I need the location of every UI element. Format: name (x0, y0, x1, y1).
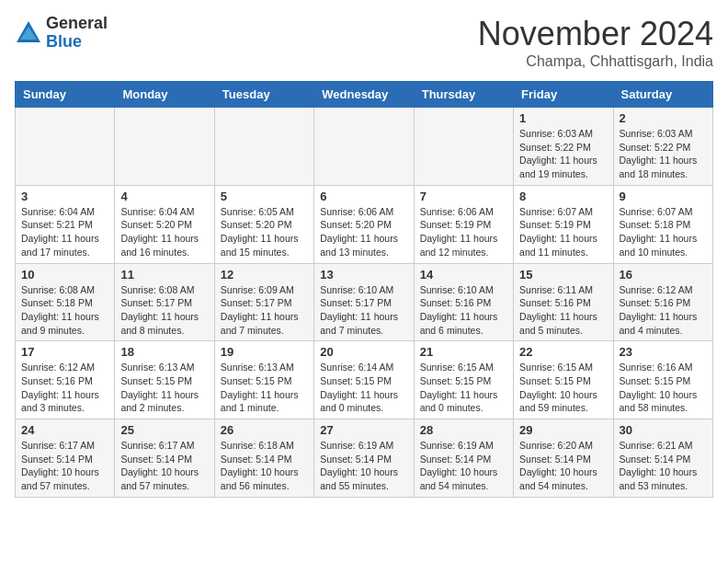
day-number: 7 (420, 190, 507, 203)
calendar-cell: 19Sunrise: 6:13 AMSunset: 5:15 PMDayligh… (214, 341, 313, 419)
calendar-cell: 20Sunrise: 6:14 AMSunset: 5:15 PMDayligh… (314, 341, 414, 419)
calendar-cell: 7Sunrise: 6:06 AMSunset: 5:19 PMDaylight… (414, 185, 513, 263)
logo: General Blue (15, 15, 108, 52)
weekday-header-saturday: Saturday (613, 82, 712, 108)
calendar-cell: 3Sunrise: 6:04 AMSunset: 5:21 PMDaylight… (16, 185, 115, 263)
day-info: Sunrise: 6:04 AMSunset: 5:20 PMDaylight:… (120, 205, 208, 259)
day-number: 27 (320, 423, 407, 437)
weekday-header-row: SundayMondayTuesdayWednesdayThursdayFrid… (16, 82, 713, 108)
calendar-cell: 23Sunrise: 6:16 AMSunset: 5:15 PMDayligh… (613, 341, 712, 419)
calendar-cell: 29Sunrise: 6:20 AMSunset: 5:14 PMDayligh… (514, 419, 613, 498)
calendar-cell: 15Sunrise: 6:11 AMSunset: 5:16 PMDayligh… (514, 263, 613, 341)
calendar-cell (115, 108, 214, 186)
day-info: Sunrise: 6:17 AMSunset: 5:14 PMDaylight:… (120, 439, 208, 493)
day-number: 14 (420, 268, 507, 282)
calendar-cell: 14Sunrise: 6:10 AMSunset: 5:16 PMDayligh… (414, 263, 513, 341)
calendar-cell: 12Sunrise: 6:09 AMSunset: 5:17 PMDayligh… (214, 263, 313, 341)
weekday-header-wednesday: Wednesday (314, 82, 414, 108)
day-info: Sunrise: 6:12 AMSunset: 5:16 PMDaylight:… (620, 283, 707, 338)
day-info: Sunrise: 6:08 AMSunset: 5:17 PMDaylight:… (120, 283, 208, 338)
logo-general: General (46, 15, 108, 33)
calendar-cell: 5Sunrise: 6:05 AMSunset: 5:20 PMDaylight… (214, 185, 313, 263)
location-subtitle: Champa, Chhattisgarh, India (478, 53, 713, 70)
day-info: Sunrise: 6:16 AMSunset: 5:15 PMDaylight:… (620, 361, 707, 415)
day-number: 25 (120, 423, 208, 437)
day-info: Sunrise: 6:19 AMSunset: 5:14 PMDaylight:… (320, 439, 407, 493)
day-info: Sunrise: 6:21 AMSunset: 5:14 PMDaylight:… (620, 439, 707, 493)
day-info: Sunrise: 6:13 AMSunset: 5:15 PMDaylight:… (120, 361, 208, 415)
calendar-week-1: 1Sunrise: 6:03 AMSunset: 5:22 PMDaylight… (16, 108, 713, 186)
calendar-week-5: 24Sunrise: 6:17 AMSunset: 5:14 PMDayligh… (16, 419, 713, 498)
day-info: Sunrise: 6:12 AMSunset: 5:16 PMDaylight:… (21, 361, 108, 415)
calendar-cell: 17Sunrise: 6:12 AMSunset: 5:16 PMDayligh… (16, 341, 115, 419)
weekday-header-tuesday: Tuesday (214, 82, 313, 108)
calendar-cell (214, 108, 313, 186)
calendar-cell: 1Sunrise: 6:03 AMSunset: 5:22 PMDaylight… (514, 108, 613, 186)
calendar-cell: 16Sunrise: 6:12 AMSunset: 5:16 PMDayligh… (613, 263, 712, 341)
day-number: 30 (620, 423, 707, 437)
calendar-week-3: 10Sunrise: 6:08 AMSunset: 5:18 PMDayligh… (16, 263, 713, 341)
day-info: Sunrise: 6:08 AMSunset: 5:18 PMDaylight:… (21, 283, 108, 338)
weekday-header-sunday: Sunday (16, 82, 115, 108)
day-info: Sunrise: 6:17 AMSunset: 5:14 PMDaylight:… (21, 439, 108, 493)
logo-text: General Blue (46, 15, 108, 52)
day-number: 24 (21, 423, 108, 437)
day-number: 28 (420, 423, 507, 437)
page-header: General Blue November 2024 Champa, Chhat… (15, 15, 713, 70)
day-number: 17 (21, 345, 108, 359)
calendar-table: SundayMondayTuesdayWednesdayThursdayFrid… (15, 81, 713, 498)
title-section: November 2024 Champa, Chhattisgarh, Indi… (478, 15, 713, 70)
day-number: 13 (320, 268, 407, 282)
day-info: Sunrise: 6:10 AMSunset: 5:16 PMDaylight:… (420, 283, 507, 338)
day-number: 16 (620, 268, 707, 282)
day-number: 29 (519, 423, 607, 437)
day-info: Sunrise: 6:07 AMSunset: 5:18 PMDaylight:… (620, 205, 707, 259)
day-info: Sunrise: 6:18 AMSunset: 5:14 PMDaylight:… (221, 439, 308, 493)
calendar-cell: 24Sunrise: 6:17 AMSunset: 5:14 PMDayligh… (16, 419, 115, 498)
day-number: 18 (120, 345, 208, 359)
logo-icon (15, 19, 42, 47)
calendar-cell: 9Sunrise: 6:07 AMSunset: 5:18 PMDaylight… (613, 185, 712, 263)
day-number: 23 (620, 345, 707, 359)
day-number: 5 (221, 190, 308, 203)
calendar-cell (414, 108, 513, 186)
calendar-week-4: 17Sunrise: 6:12 AMSunset: 5:16 PMDayligh… (16, 341, 713, 419)
weekday-header-thursday: Thursday (414, 82, 513, 108)
calendar-cell: 21Sunrise: 6:15 AMSunset: 5:15 PMDayligh… (414, 341, 513, 419)
day-info: Sunrise: 6:06 AMSunset: 5:20 PMDaylight:… (320, 205, 407, 259)
day-number: 12 (221, 268, 308, 282)
day-info: Sunrise: 6:13 AMSunset: 5:15 PMDaylight:… (221, 361, 308, 415)
month-title: November 2024 (478, 15, 713, 53)
day-info: Sunrise: 6:14 AMSunset: 5:15 PMDaylight:… (320, 361, 407, 415)
day-info: Sunrise: 6:20 AMSunset: 5:14 PMDaylight:… (519, 439, 607, 493)
calendar-cell (314, 108, 414, 186)
weekday-header-monday: Monday (115, 82, 214, 108)
calendar-cell: 18Sunrise: 6:13 AMSunset: 5:15 PMDayligh… (115, 341, 214, 419)
calendar-cell: 27Sunrise: 6:19 AMSunset: 5:14 PMDayligh… (314, 419, 414, 498)
day-number: 4 (120, 190, 208, 203)
day-number: 6 (320, 190, 407, 203)
calendar-cell: 22Sunrise: 6:15 AMSunset: 5:15 PMDayligh… (514, 341, 613, 419)
day-info: Sunrise: 6:15 AMSunset: 5:15 PMDaylight:… (420, 361, 507, 415)
calendar-cell: 28Sunrise: 6:19 AMSunset: 5:14 PMDayligh… (414, 419, 513, 498)
day-number: 10 (21, 268, 108, 282)
day-info: Sunrise: 6:03 AMSunset: 5:22 PMDaylight:… (620, 127, 707, 181)
calendar-cell: 8Sunrise: 6:07 AMSunset: 5:19 PMDaylight… (514, 185, 613, 263)
day-number: 15 (519, 268, 607, 282)
day-number: 3 (21, 190, 108, 203)
day-info: Sunrise: 6:19 AMSunset: 5:14 PMDaylight:… (420, 439, 507, 493)
calendar-cell: 30Sunrise: 6:21 AMSunset: 5:14 PMDayligh… (613, 419, 712, 498)
day-number: 2 (620, 111, 707, 125)
weekday-header-friday: Friday (514, 82, 613, 108)
logo-blue: Blue (46, 33, 108, 52)
day-info: Sunrise: 6:05 AMSunset: 5:20 PMDaylight:… (221, 205, 308, 259)
day-number: 20 (320, 345, 407, 359)
day-info: Sunrise: 6:15 AMSunset: 5:15 PMDaylight:… (519, 361, 607, 415)
day-number: 19 (221, 345, 308, 359)
calendar-cell: 10Sunrise: 6:08 AMSunset: 5:18 PMDayligh… (16, 263, 115, 341)
day-info: Sunrise: 6:03 AMSunset: 5:22 PMDaylight:… (519, 127, 607, 181)
day-number: 9 (620, 190, 707, 203)
calendar-week-2: 3Sunrise: 6:04 AMSunset: 5:21 PMDaylight… (16, 185, 713, 263)
calendar-cell: 26Sunrise: 6:18 AMSunset: 5:14 PMDayligh… (214, 419, 313, 498)
day-info: Sunrise: 6:06 AMSunset: 5:19 PMDaylight:… (420, 205, 507, 259)
